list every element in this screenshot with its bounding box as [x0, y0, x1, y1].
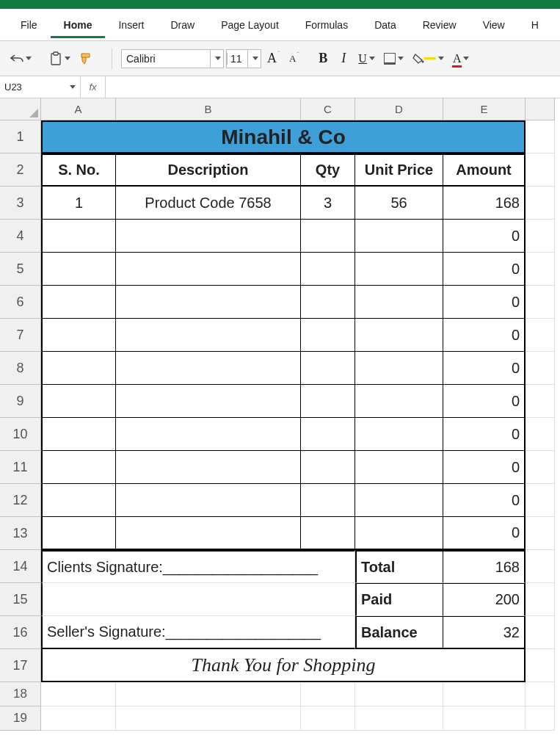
cell[interactable]	[443, 706, 526, 731]
cell[interactable]	[526, 517, 555, 550]
cell-qty[interactable]	[301, 253, 355, 286]
row-header[interactable]: 17	[0, 649, 41, 682]
cell-unit[interactable]	[355, 385, 443, 418]
column-header[interactable]: D	[355, 98, 443, 120]
cell[interactable]	[526, 583, 555, 616]
cell[interactable]	[41, 706, 116, 731]
font-color-button[interactable]: A	[450, 48, 473, 69]
cell-sno[interactable]	[41, 352, 116, 385]
row-header[interactable]: 12	[0, 484, 41, 517]
tab-formulas[interactable]: Formulas	[292, 12, 361, 38]
row-header[interactable]: 4	[0, 220, 41, 253]
cell-sno[interactable]	[41, 451, 116, 484]
sellers-signature[interactable]: Seller's Signature:___________________	[41, 616, 355, 649]
row-header[interactable]: 16	[0, 616, 41, 649]
paid-value[interactable]: 200	[443, 583, 526, 616]
select-all-button[interactable]	[0, 98, 41, 120]
cell-unit[interactable]	[355, 220, 443, 253]
cell-sno[interactable]	[41, 484, 116, 517]
row-header[interactable]: 2	[0, 153, 41, 187]
cell-desc[interactable]	[116, 352, 301, 385]
borders-button[interactable]	[381, 48, 407, 69]
fx-icon[interactable]: fx	[81, 76, 106, 98]
cell-qty[interactable]: 3	[301, 187, 355, 220]
tab-home[interactable]: Home	[51, 12, 106, 38]
tab-data[interactable]: Data	[361, 12, 410, 38]
cell-unit[interactable]	[355, 418, 443, 451]
cell-desc[interactable]	[116, 319, 301, 352]
cell-qty[interactable]	[301, 484, 355, 517]
tab-insert[interactable]: Insert	[105, 12, 157, 38]
italic-button[interactable]: I	[335, 48, 352, 69]
cell-qty[interactable]	[301, 451, 355, 484]
thank-you-message[interactable]: Thank You for Shopping	[41, 649, 526, 682]
cell-amount[interactable]: 0	[443, 286, 526, 319]
cell-desc[interactable]	[116, 385, 301, 418]
cell-amount[interactable]: 0	[443, 484, 526, 517]
cell[interactable]	[526, 418, 555, 451]
cell[interactable]	[526, 649, 555, 682]
row-header[interactable]: 5	[0, 253, 41, 286]
cell-desc[interactable]	[116, 451, 301, 484]
cell-sno[interactable]	[41, 517, 116, 550]
row-header[interactable]: 10	[0, 418, 41, 451]
cell-desc[interactable]	[116, 484, 301, 517]
cell[interactable]	[526, 253, 555, 286]
tab-page-layout[interactable]: Page Layout	[208, 12, 292, 38]
paste-button[interactable]	[46, 48, 73, 69]
cell[interactable]	[301, 706, 355, 731]
cell-sno[interactable]	[41, 385, 116, 418]
cell[interactable]	[355, 682, 443, 706]
col-header-qty[interactable]: Qty	[301, 153, 355, 187]
name-box[interactable]: U23	[0, 76, 81, 98]
cell-desc[interactable]: Product Code 7658	[116, 187, 301, 220]
cell-qty[interactable]	[301, 385, 355, 418]
cell-qty[interactable]	[301, 319, 355, 352]
cell[interactable]	[355, 706, 443, 731]
cell[interactable]	[526, 451, 555, 484]
cell-amount[interactable]: 0	[443, 220, 526, 253]
cell-desc[interactable]	[116, 220, 301, 253]
font-name-select[interactable]: Calibri	[121, 49, 224, 68]
cell[interactable]	[526, 187, 555, 220]
cell-amount[interactable]: 0	[443, 385, 526, 418]
undo-button[interactable]	[7, 48, 34, 69]
tab-view[interactable]: View	[470, 12, 518, 38]
tab-review[interactable]: Review	[410, 12, 470, 38]
cell-sno[interactable]	[41, 253, 116, 286]
tab-extra[interactable]: H	[518, 12, 552, 38]
cell-unit[interactable]	[355, 352, 443, 385]
bold-button[interactable]: B	[314, 48, 332, 69]
row-header[interactable]: 11	[0, 451, 41, 484]
row-header[interactable]: 7	[0, 319, 41, 352]
cell-qty[interactable]	[301, 517, 355, 550]
cell[interactable]	[41, 682, 116, 706]
column-header[interactable]	[526, 98, 555, 120]
cell-unit[interactable]	[355, 286, 443, 319]
row-header[interactable]: 19	[0, 706, 41, 731]
cell-sno[interactable]	[41, 319, 116, 352]
balance-label[interactable]: Balance	[355, 616, 443, 649]
clients-signature[interactable]: Clients Signature:___________________	[41, 550, 355, 583]
row-header[interactable]: 18	[0, 682, 41, 706]
cell-sno[interactable]	[41, 220, 116, 253]
cell[interactable]	[526, 385, 555, 418]
invoice-title[interactable]: Minahil & Co	[41, 120, 526, 153]
format-painter-button[interactable]	[76, 48, 97, 69]
cell[interactable]	[526, 286, 555, 319]
cell[interactable]	[526, 352, 555, 385]
cell[interactable]	[526, 120, 555, 153]
column-header[interactable]: A	[41, 98, 116, 120]
cell-unit[interactable]	[355, 253, 443, 286]
cell-qty[interactable]	[301, 352, 355, 385]
paid-label[interactable]: Paid	[355, 583, 443, 616]
cell-unit[interactable]	[355, 484, 443, 517]
cell-unit[interactable]: 56	[355, 187, 443, 220]
row-header[interactable]: 9	[0, 385, 41, 418]
row-header[interactable]: 1	[0, 120, 41, 153]
row-header[interactable]: 6	[0, 286, 41, 319]
cell-sno[interactable]	[41, 286, 116, 319]
sheet-cells[interactable]: Minahil & Co S. No. Description Qty Unit…	[41, 120, 560, 731]
cell-sno[interactable]	[41, 418, 116, 451]
cell-qty[interactable]	[301, 220, 355, 253]
